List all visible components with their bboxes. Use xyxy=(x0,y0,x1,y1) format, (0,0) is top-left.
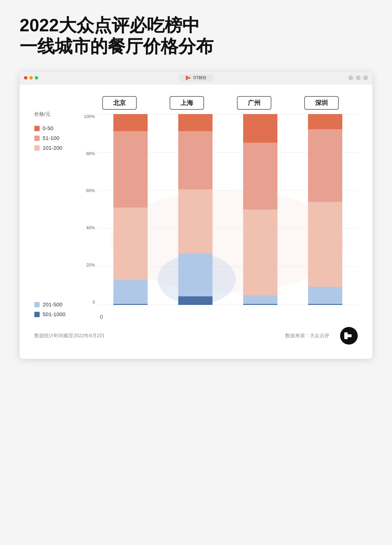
bar-segment-广州-101-200 xyxy=(243,209,277,295)
bar-segment-广州-51-100 xyxy=(243,143,277,209)
bar-segment-北京-101-200 xyxy=(113,208,148,280)
legend-bottom: 201-500 501-1000 xyxy=(34,301,83,318)
y-tick-20: 20% xyxy=(86,263,95,268)
bar-segment-上海-201-500 xyxy=(178,253,213,296)
legend: 价格/元 0-50 51-100 101-200 xyxy=(34,96,83,320)
y-tick-40: 40% xyxy=(86,225,95,231)
bar-segment-深圳-51-100 xyxy=(308,129,342,202)
legend-label-201-500: 201-500 xyxy=(43,301,62,308)
dot-red[interactable] xyxy=(24,76,27,80)
bar-segment-深圳-201-500 xyxy=(308,287,342,304)
legend-swatch-201-500 xyxy=(34,302,40,307)
legend-swatch-51-100 xyxy=(34,136,40,141)
footer: 数据统计时间截至2022年6月2日 数据来源：大众点评 xyxy=(34,320,358,347)
browser-titlebar: DT财经 xyxy=(20,72,372,84)
bar-segment-上海-101-200 xyxy=(178,189,213,253)
bar-上海 xyxy=(178,114,213,305)
browser-action-2[interactable] xyxy=(356,75,361,80)
bars-row xyxy=(98,114,358,312)
bar-segment-上海-0-50 xyxy=(178,114,213,131)
browser-window: DT财经 价格/元 0-50 51-100 xyxy=(20,72,372,359)
x-label-zero: 0 xyxy=(98,312,358,320)
y-tick-0: 0 xyxy=(93,300,95,305)
city-beijing: 北京 xyxy=(102,96,137,110)
y-tick-60: 60% xyxy=(86,188,95,193)
bar-segment-北京-501-1000 xyxy=(113,304,148,305)
dot-green[interactable] xyxy=(35,76,38,80)
city-guangzhou: 广州 xyxy=(237,96,271,110)
legend-label-501-1000: 501-1000 xyxy=(43,311,65,318)
footer-right: 数据来源：大众点评 xyxy=(285,327,358,345)
legend-item-0-50: 0-50 xyxy=(34,125,83,132)
bar-北京 xyxy=(113,114,148,305)
dt-badge xyxy=(340,327,358,345)
dot-yellow[interactable] xyxy=(29,76,33,80)
stacked-bar-广州 xyxy=(243,114,277,305)
legend-item-501-1000: 501-1000 xyxy=(34,311,83,318)
chart-area: 价格/元 0-50 51-100 101-200 xyxy=(20,84,372,359)
chart-body: 100% 80% 60% 40% 20% 0 xyxy=(83,114,358,312)
browser-title: DT财经 xyxy=(179,74,213,82)
bar-segment-深圳-501-1000 xyxy=(308,304,342,305)
svg-rect-5 xyxy=(346,334,352,337)
browser-dots xyxy=(24,76,38,80)
bar-segment-深圳-0-50 xyxy=(308,114,342,129)
legend-label-51-100: 51-100 xyxy=(43,135,59,141)
chart-right: 北京 上海 广州 深圳 100% 80% 60% 40% 20% 0 xyxy=(83,96,358,320)
browser-action-3[interactable] xyxy=(363,75,368,80)
footer-source: 数据来源：大众点评 xyxy=(285,332,329,339)
browser-title-text: DT财经 xyxy=(193,75,206,81)
y-axis-label: 价格/元 xyxy=(34,111,83,117)
legend-swatch-501-1000 xyxy=(34,312,40,317)
bar-深圳 xyxy=(308,114,342,305)
city-shenzhen: 深圳 xyxy=(304,96,339,110)
browser-actions xyxy=(348,75,368,80)
legend-label-0-50: 0-50 xyxy=(43,125,53,132)
legend-item-101-200: 101-200 xyxy=(34,145,83,151)
legend-top: 0-50 51-100 101-200 xyxy=(34,125,83,151)
bar-segment-广州-201-500 xyxy=(243,295,277,304)
city-headers: 北京 上海 广州 深圳 xyxy=(83,96,358,110)
svg-rect-1 xyxy=(187,77,190,79)
bar-segment-深圳-101-200 xyxy=(308,202,342,287)
y-tick-80: 80% xyxy=(86,151,95,156)
y-axis: 100% 80% 60% 40% 20% 0 xyxy=(83,114,98,312)
legend-item-51-100: 51-100 xyxy=(34,135,83,141)
bar-广州 xyxy=(243,114,277,305)
bar-segment-广州-0-50 xyxy=(243,114,277,143)
legend-item-201-500: 201-500 xyxy=(34,301,83,308)
legend-swatch-101-200 xyxy=(34,145,40,151)
stacked-bar-上海 xyxy=(178,114,213,305)
bar-segment-广州-501-1000 xyxy=(243,304,277,305)
browser-action-1[interactable] xyxy=(348,75,353,80)
bar-segment-北京-0-50 xyxy=(113,114,148,131)
y-tick-100: 100% xyxy=(84,114,95,119)
bar-segment-上海-501-1000 xyxy=(178,296,213,305)
footer-note: 数据统计时间截至2022年6月2日 xyxy=(34,332,105,339)
stacked-bar-深圳 xyxy=(308,114,342,305)
page-title: 2022大众点评必吃榜中 一线城市的餐厅价格分布 xyxy=(20,15,214,57)
stacked-bar-北京 xyxy=(113,114,148,305)
bar-segment-北京-51-100 xyxy=(113,131,148,208)
legend-swatch-0-50 xyxy=(34,126,40,131)
city-shanghai: 上海 xyxy=(170,96,204,110)
legend-label-101-200: 101-200 xyxy=(43,145,62,151)
dt-logo-icon xyxy=(186,76,191,80)
bars-container xyxy=(98,114,358,312)
bar-segment-上海-51-100 xyxy=(178,131,213,189)
bar-segment-北京-201-500 xyxy=(113,280,148,304)
